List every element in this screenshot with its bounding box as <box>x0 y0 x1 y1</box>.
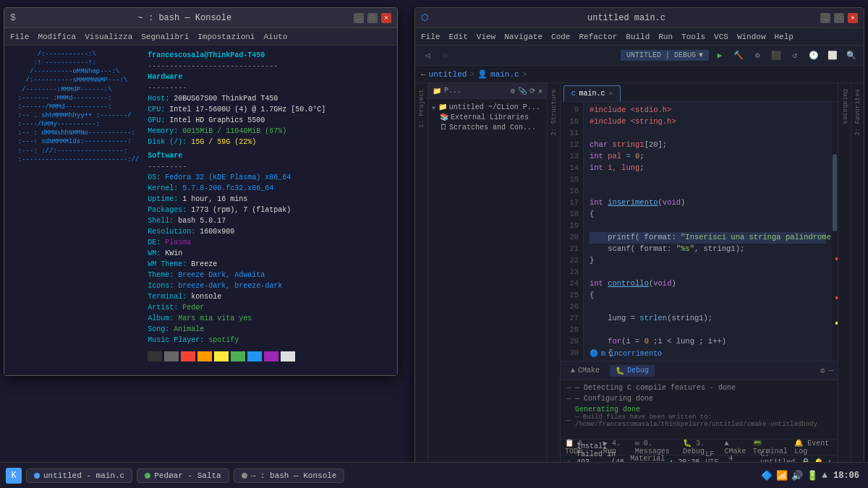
favorites-label[interactable]: 2: Favorites <box>854 89 861 136</box>
menu-build[interactable]: Build <box>626 33 650 41</box>
app-label-3: → : bash — Konsole <box>251 471 337 480</box>
toolbar-btn-2[interactable]: ⬛ <box>768 48 784 64</box>
hardware-title: Hardware <box>148 73 182 81</box>
tab-debug[interactable]: 🐛 Debug <box>610 365 655 377</box>
menu-file[interactable]: File <box>10 33 29 41</box>
structure-label[interactable]: 2: Structure <box>550 89 558 136</box>
breadcrumb-project[interactable]: untitled <box>429 70 467 79</box>
databases-label[interactable]: Databases <box>841 89 848 124</box>
panel-refresh[interactable]: ⟳ <box>529 87 535 95</box>
menu-segnalibri[interactable]: Segnalibri <box>141 33 189 41</box>
tree-item-external[interactable]: 📚 External Libraries <box>428 112 547 122</box>
app-dot-3 <box>242 473 247 479</box>
back-button[interactable]: ◁ <box>420 48 435 64</box>
code-content[interactable]: #include <stdio.h> #include <string.h> c… <box>584 102 832 361</box>
panel-header: 📁 P... ⚙ 📎 ⟳ ✕ <box>428 83 547 99</box>
tabs-bar: C main.c ✕ <box>561 83 838 102</box>
panel-icon: 📁 <box>433 87 441 95</box>
kdevelop-maximize[interactable]: □ <box>834 13 844 23</box>
kdevelop-close[interactable]: ✕ <box>848 13 858 23</box>
taskbar-app-konsole[interactable]: → : bash — Konsole <box>234 468 345 483</box>
tool-eventlog[interactable]: 🔔 Event Log <box>794 439 833 455</box>
toolbar-btn-5[interactable]: ⬜ <box>825 48 841 64</box>
folder-icon: 📁 <box>438 103 447 111</box>
bottom-panel: ▲ CMake 🐛 Debug ⚙ — — — Detecti <box>561 361 838 455</box>
file-tree: ▶ 📁 untitled ~/CLion P... 📚 External Lib… <box>428 99 547 135</box>
panel-settings[interactable]: ⚙ <box>511 87 515 95</box>
close-button[interactable]: ✕ <box>381 13 391 23</box>
panel-gear[interactable]: 📎 <box>518 87 527 95</box>
tab-main-c[interactable]: C main.c ✕ <box>563 85 621 101</box>
tool-messages[interactable]: ✉ 0. Messages <box>635 439 677 455</box>
line-num-11: 11 <box>561 128 583 140</box>
cmake-label: CMake <box>578 367 600 374</box>
tab-cmake[interactable]: ▲ CMake <box>565 365 605 376</box>
panel-close[interactable]: ✕ <box>538 87 542 95</box>
project-panel-label[interactable]: 1: Project <box>418 89 425 128</box>
menu-vcs[interactable]: VCS <box>714 33 728 41</box>
toolbar-btn-6[interactable]: 🔍 <box>843 48 859 64</box>
menu-code[interactable]: Code <box>551 33 570 41</box>
build-button[interactable]: 🔨 <box>731 48 746 64</box>
breadcrumb: ← untitled > 👤 main.c > <box>415 66 864 83</box>
run-button[interactable]: ▶ <box>712 48 728 64</box>
taskbar-app-media[interactable]: Pedøar - Salta <box>137 468 229 483</box>
code-token: i, lung <box>608 163 639 174</box>
code-token: if <box>626 359 635 361</box>
konsole-title: ~ : bash — Konsole <box>16 13 354 23</box>
menu-run[interactable]: Run <box>658 33 673 41</box>
line-num-13: 13 <box>561 151 583 163</box>
code-token: ) <box>681 197 685 209</box>
album-label: Album: <box>148 314 178 322</box>
menu-view[interactable]: View <box>477 33 495 41</box>
menu-refactor[interactable]: Refactor <box>579 33 617 41</box>
debug-selector[interactable]: UNTITLED | DEBUG ▼ <box>621 50 709 61</box>
line-num-29: 29 <box>561 336 583 348</box>
menu-help[interactable]: Help <box>775 33 793 41</box>
kernel-value: 5.7.8-200.fc32.x86_64 <box>182 184 273 192</box>
color-block-7 <box>264 351 278 361</box>
toolbar-btn-4[interactable]: 🕐 <box>806 48 822 64</box>
forward-button[interactable]: ▷ <box>438 48 454 64</box>
line-num-17: 17 <box>561 197 583 209</box>
log-icon-3: — <box>566 416 571 424</box>
taskbar-app-kdevelop[interactable]: untitled - main.c <box>26 468 132 483</box>
panel-minimize-icon[interactable]: — <box>828 366 833 375</box>
tree-item-scratches[interactable]: 🗒 Scratches and Con... <box>428 122 547 132</box>
terminal-content: /:-----------:\ :! -----------!: /------… <box>4 46 397 375</box>
menu-edit[interactable]: Edit <box>448 33 467 41</box>
tab-close[interactable]: ✕ <box>608 90 612 98</box>
code-token: char <box>590 140 613 151</box>
kde-logo[interactable]: K <box>6 468 22 484</box>
tree-label: untitled ~/CLion P... <box>449 103 540 111</box>
menu-tools[interactable]: Tools <box>681 33 705 41</box>
wifi-icon: 📶 <box>776 470 788 481</box>
code-line-28 <box>590 325 826 336</box>
menu-aiuto[interactable]: Aiuto <box>263 33 287 41</box>
tree-item-untitled[interactable]: ▶ 📁 untitled ~/CLion P... <box>428 102 547 112</box>
line-num-30: 30 <box>561 348 583 359</box>
album-value: Mars mia vita yes <box>178 314 252 322</box>
panel-settings-icon[interactable]: ⚙ <box>820 366 825 375</box>
menu-visualizza[interactable]: Visualizza <box>85 33 132 41</box>
menu-file[interactable]: File <box>421 33 440 41</box>
tree-label: External Libraries <box>451 114 529 121</box>
menu-navigate[interactable]: Navigate <box>504 33 542 41</box>
menu-modifica[interactable]: Modifica <box>38 33 76 41</box>
tool-cmake[interactable]: ▲ CMake <box>724 440 746 455</box>
code-token: void <box>663 197 681 209</box>
toolbar-btn-1[interactable]: ⚙ <box>749 48 765 64</box>
kdevelop-toolbar: ◁ ▷ UNTITLED | DEBUG ▼ ▶ 🔨 ⚙ ⬛ ↺ 🕐 ⬜ 🔍 <box>415 46 864 66</box>
bluetooth-icon: 🔷 <box>761 470 773 481</box>
toolbar-btn-3[interactable]: ↺ <box>787 48 803 64</box>
terminal-value: konsole <box>191 293 221 301</box>
editor-scrollbar[interactable] <box>832 102 838 361</box>
editor-area[interactable]: 9 10 11 12 13 14 15 16 17 18 19 20 21 22… <box>561 102 838 361</box>
menu-impostazioni[interactable]: Impostazioni <box>197 33 255 41</box>
menu-window[interactable]: Window <box>737 33 766 41</box>
maximize-button[interactable]: □ <box>367 13 378 23</box>
minimize-button[interactable]: _ <box>354 13 364 23</box>
code-line-21: scanf( format: "%s", string1); <box>590 244 826 255</box>
kdevelop-minimize[interactable]: _ <box>820 13 830 23</box>
breadcrumb-file[interactable]: main.c <box>490 70 519 79</box>
